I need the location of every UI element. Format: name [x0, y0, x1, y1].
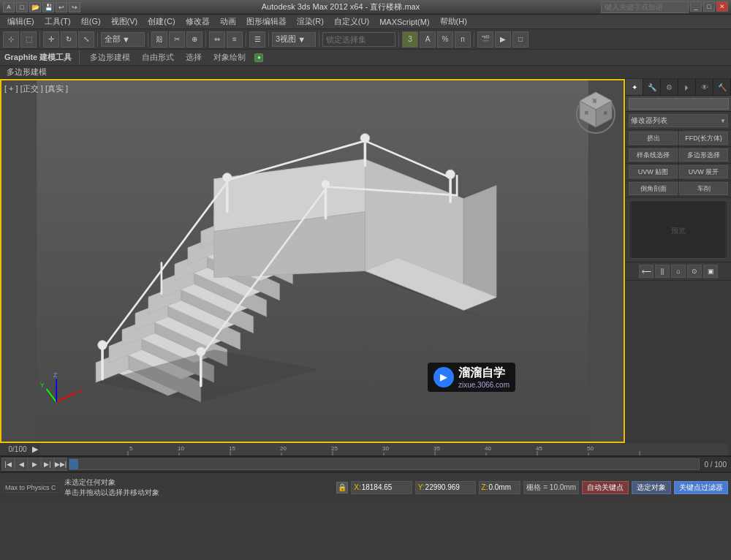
watermark: ▶ 溜溜自学 zixue.3066.com	[428, 363, 515, 392]
coord-y-input[interactable]	[425, 483, 473, 491]
search-input[interactable]	[601, 1, 689, 13]
mirror-btn[interactable]: ⇔	[209, 31, 225, 48]
rpanel-tab-create[interactable]: ✦	[626, 79, 643, 95]
spline-select-btn[interactable]: 样条线选择	[629, 148, 678, 162]
lock-icon[interactable]: 🔒	[336, 482, 348, 493]
menu-maxscript[interactable]: MAXScript(M)	[375, 17, 433, 27]
ffd-btn[interactable]: FFD(长方体)	[679, 132, 728, 145]
modifier-icon-1[interactable]: ⟵	[639, 265, 654, 278]
link-btn[interactable]: ⛓	[151, 31, 167, 48]
menu-animation[interactable]: 动画	[216, 15, 240, 28]
tb-sep9	[474, 32, 474, 47]
bevel-profile-btn[interactable]: 倒角剖面	[629, 182, 678, 195]
graphite-toolbar: Graphite 建模工具 多边形建模 自由形式 选择 对象绘制 ●	[0, 50, 731, 66]
auto-key-btn[interactable]: 自动关键点	[582, 481, 629, 494]
render-btn[interactable]: ▶	[495, 31, 511, 48]
lathe-btn[interactable]: 车削	[679, 182, 728, 195]
rpanel-tab-modify[interactable]: 🔧	[643, 79, 661, 95]
open-btn[interactable]: 📂	[29, 2, 41, 12]
menu-graph-editor[interactable]: 图形编辑器	[242, 15, 291, 28]
minimize-btn[interactable]: _	[690, 1, 702, 12]
tab-freeform[interactable]: 自由形式	[139, 51, 177, 64]
timeline-play-btn[interactable]: ▶	[28, 458, 41, 471]
rpanel-tab-display[interactable]: 👁	[696, 79, 713, 95]
menu-help[interactable]: 帮助(H)	[436, 15, 471, 28]
rotate-btn[interactable]: ↻	[61, 31, 77, 48]
menu-edit[interactable]: 编辑(E)	[3, 15, 39, 28]
select-btn[interactable]: 选定对象	[632, 481, 671, 494]
coord-z-input[interactable]	[488, 483, 518, 491]
rpanel-tab-hierarchy[interactable]: ⚙	[661, 79, 678, 95]
timeline-next-btn[interactable]: ▶|	[41, 458, 54, 471]
close-btn[interactable]: ✕	[716, 1, 728, 12]
modifier-icon-5[interactable]: ▣	[703, 265, 718, 278]
maximize-btn[interactable]: □	[703, 1, 715, 12]
render-frame-btn[interactable]: □	[512, 31, 529, 48]
modifier-list-row: 修改器列表 ▼	[626, 112, 731, 130]
timeline-start-btn[interactable]: |◀	[1, 458, 15, 471]
unlink-btn[interactable]: ✂	[169, 31, 185, 48]
modifier-icon-3[interactable]: ⌂	[671, 265, 686, 278]
spinner-snap-btn[interactable]: n	[455, 31, 471, 48]
bind-btn[interactable]: ⊕	[186, 31, 202, 48]
poly-select-btn[interactable]: 多边形选择	[679, 148, 728, 162]
angle-snap-btn[interactable]: A	[420, 31, 436, 48]
tb-sep1	[39, 32, 40, 47]
3d-snap-btn[interactable]: 3	[402, 31, 418, 48]
new-btn[interactable]: □	[16, 2, 28, 12]
lock-area: 🔒	[336, 482, 348, 493]
menu-create[interactable]: 创建(C)	[143, 15, 179, 28]
view-type-dropdown[interactable]: 3视图 ▼	[272, 32, 316, 47]
frame-ruler-track[interactable]: 5 10 15 20 25 30 35 40 45 50	[39, 444, 728, 455]
menu-tools[interactable]: 工具(T)	[40, 15, 75, 28]
tab-polygon-modeling[interactable]: 多边形建模	[87, 51, 133, 64]
svg-text:35: 35	[433, 445, 440, 452]
layer-mgr-btn[interactable]: ☰	[249, 31, 265, 48]
graphite-sep	[79, 50, 80, 65]
rpanel-tab-utilities[interactable]: 🔨	[713, 79, 731, 95]
named-selection-input[interactable]	[322, 32, 395, 47]
modifier-search-input[interactable]	[629, 98, 729, 110]
modifier-list-dropdown[interactable]: 修改器列表 ▼	[629, 114, 728, 127]
undo-btn[interactable]: ↩	[56, 2, 67, 12]
modifier-icon-4[interactable]: ⊙	[687, 265, 702, 278]
timeline-frame-label: 0 / 100	[701, 461, 730, 469]
main-content: [ + ] [正交 ] [真实 ] 顶 右 前	[0, 79, 731, 443]
filter-btn[interactable]: 关键点过滤器	[674, 481, 728, 494]
redo-btn[interactable]: ↪	[69, 2, 80, 12]
view-mode-arrow: ▼	[122, 35, 130, 44]
menu-view[interactable]: 视图(V)	[107, 15, 143, 28]
scale-btn[interactable]: ⤡	[78, 31, 94, 48]
timeline-end-btn[interactable]: ▶▶|	[54, 458, 67, 471]
max-physics-label: Max to Physics C	[3, 483, 61, 493]
modifier-icon-row: ⟵ || ⌂ ⊙ ▣	[626, 262, 731, 281]
tb-sep5	[246, 32, 246, 47]
modifier-icon-2[interactable]: ||	[655, 265, 670, 278]
align-btn[interactable]: ≡	[227, 31, 243, 48]
viewcube[interactable]: 顶 右 前	[574, 86, 618, 130]
tab-object-paint[interactable]: 对象绘制	[211, 51, 249, 64]
view-mode-dropdown[interactable]: 全部 ▼	[101, 32, 145, 47]
graphite-label: Graphite 建模工具	[4, 52, 72, 63]
modifier-btn-row1: 挤出 FFD(长方体)	[626, 130, 731, 147]
render-setup-btn[interactable]: 🎬	[477, 31, 493, 48]
rpanel-tab-motion[interactable]: ⏵	[678, 79, 696, 95]
menu-render[interactable]: 渲染(R)	[292, 15, 328, 28]
menu-group[interactable]: 组(G)	[77, 15, 105, 28]
viewport[interactable]: [ + ] [正交 ] [真实 ] 顶 右 前	[0, 79, 625, 443]
percent-snap-btn[interactable]: %	[437, 31, 453, 48]
coord-x-input[interactable]	[362, 483, 409, 491]
select-move-btn[interactable]: ✛	[43, 31, 59, 48]
menu-customize[interactable]: 自定义(U)	[330, 15, 374, 28]
frame-start: 0/100	[3, 445, 32, 453]
select-object-btn[interactable]: ⊹	[3, 31, 19, 48]
uvw-unwrap-btn[interactable]: UVW 展开	[679, 165, 728, 178]
uvw-map-btn[interactable]: UVW 贴图	[629, 165, 678, 178]
save-btn[interactable]: 💾	[42, 2, 54, 12]
tab-select[interactable]: 选择	[183, 51, 205, 64]
timeline-track[interactable]	[69, 458, 700, 470]
extrude-btn[interactable]: 挤出	[629, 132, 678, 145]
menu-modifiers[interactable]: 修改器	[181, 15, 214, 28]
select-region-btn[interactable]: ⬚	[20, 31, 37, 48]
timeline-prev-btn[interactable]: ◀	[15, 458, 28, 471]
